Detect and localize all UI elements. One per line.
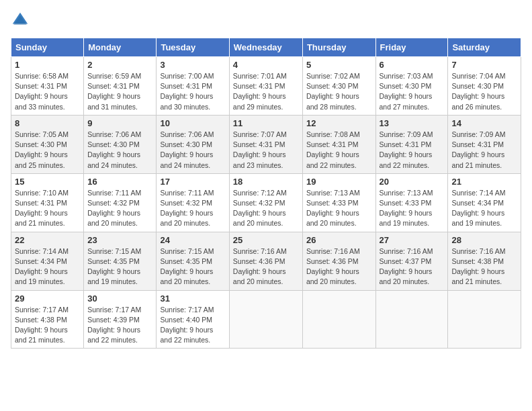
day-detail: Sunrise: 7:14 AMSunset: 4:34 PMDaylight:… <box>15 246 80 287</box>
calendar-cell <box>302 290 375 349</box>
logo <box>11 11 32 30</box>
calendar-cell: 6 Sunrise: 7:03 AMSunset: 4:30 PMDayligh… <box>375 57 448 116</box>
calendar-cell: 3 Sunrise: 7:00 AMSunset: 4:31 PMDayligh… <box>157 57 229 116</box>
day-detail: Sunrise: 7:07 AMSunset: 4:31 PMDaylight:… <box>233 130 299 171</box>
col-header-sunday: Sunday <box>11 38 84 57</box>
day-number: 12 <box>306 118 372 128</box>
day-detail: Sunrise: 7:16 AMSunset: 4:36 PMDaylight:… <box>233 246 299 287</box>
day-number: 10 <box>160 118 225 128</box>
day-detail: Sunrise: 7:13 AMSunset: 4:33 PMDaylight:… <box>380 188 445 229</box>
calendar-cell: 28 Sunrise: 7:16 AMSunset: 4:38 PMDaylig… <box>448 232 521 290</box>
day-detail: Sunrise: 7:13 AMSunset: 4:33 PMDaylight:… <box>306 188 372 229</box>
day-number: 14 <box>451 118 517 128</box>
day-detail: Sunrise: 7:09 AMSunset: 4:31 PMDaylight:… <box>451 130 517 171</box>
day-detail: Sunrise: 7:17 AMSunset: 4:38 PMDaylight:… <box>15 305 80 346</box>
calendar-cell: 24 Sunrise: 7:15 AMSunset: 4:35 PMDaylig… <box>157 232 229 290</box>
calendar-cell <box>375 290 448 349</box>
day-number: 25 <box>233 235 299 245</box>
day-number: 24 <box>160 235 225 245</box>
calendar-cell: 25 Sunrise: 7:16 AMSunset: 4:36 PMDaylig… <box>229 232 302 290</box>
calendar-cell: 21 Sunrise: 7:14 AMSunset: 4:34 PMDaylig… <box>448 173 521 232</box>
day-number: 8 <box>15 118 80 128</box>
day-detail: Sunrise: 7:15 AMSunset: 4:35 PMDaylight:… <box>160 246 225 287</box>
day-detail: Sunrise: 7:17 AMSunset: 4:39 PMDaylight:… <box>87 305 152 346</box>
col-header-thursday: Thursday <box>302 38 375 57</box>
day-detail: Sunrise: 7:11 AMSunset: 4:32 PMDaylight:… <box>87 188 152 229</box>
calendar-cell: 8 Sunrise: 7:05 AMSunset: 4:30 PMDayligh… <box>11 115 84 173</box>
day-number: 17 <box>160 177 225 187</box>
day-detail: Sunrise: 6:58 AMSunset: 4:31 PMDaylight:… <box>15 71 80 112</box>
day-number: 16 <box>87 177 152 187</box>
day-detail: Sunrise: 7:11 AMSunset: 4:32 PMDaylight:… <box>160 188 225 229</box>
page-header <box>11 11 521 30</box>
day-number: 19 <box>306 177 372 187</box>
day-number: 30 <box>87 293 152 304</box>
day-number: 31 <box>160 293 225 304</box>
calendar-cell: 23 Sunrise: 7:15 AMSunset: 4:35 PMDaylig… <box>84 232 157 290</box>
day-detail: Sunrise: 7:06 AMSunset: 4:30 PMDaylight:… <box>87 130 152 171</box>
day-detail: Sunrise: 7:10 AMSunset: 4:31 PMDaylight:… <box>15 188 80 229</box>
day-detail: Sunrise: 7:00 AMSunset: 4:31 PMDaylight:… <box>160 71 225 112</box>
calendar-cell: 13 Sunrise: 7:09 AMSunset: 4:31 PMDaylig… <box>375 115 448 173</box>
calendar-cell: 29 Sunrise: 7:17 AMSunset: 4:38 PMDaylig… <box>11 290 84 349</box>
col-header-tuesday: Tuesday <box>157 38 229 57</box>
day-number: 23 <box>87 235 152 245</box>
day-detail: Sunrise: 7:12 AMSunset: 4:32 PMDaylight:… <box>233 188 299 229</box>
calendar-cell: 30 Sunrise: 7:17 AMSunset: 4:39 PMDaylig… <box>84 290 157 349</box>
logo-icon <box>11 11 30 30</box>
calendar-cell: 2 Sunrise: 6:59 AMSunset: 4:31 PMDayligh… <box>84 57 157 116</box>
day-number: 15 <box>15 177 80 187</box>
day-number: 22 <box>15 235 80 245</box>
calendar-cell: 9 Sunrise: 7:06 AMSunset: 4:30 PMDayligh… <box>84 115 157 173</box>
calendar-cell <box>229 290 302 349</box>
calendar-cell: 1 Sunrise: 6:58 AMSunset: 4:31 PMDayligh… <box>11 57 84 116</box>
day-detail: Sunrise: 7:02 AMSunset: 4:30 PMDaylight:… <box>306 71 372 112</box>
day-number: 4 <box>233 60 299 70</box>
day-number: 7 <box>451 60 517 70</box>
day-number: 28 <box>451 235 517 245</box>
day-detail: Sunrise: 7:16 AMSunset: 4:36 PMDaylight:… <box>306 246 372 287</box>
calendar-cell: 27 Sunrise: 7:16 AMSunset: 4:37 PMDaylig… <box>375 232 448 290</box>
calendar-cell: 26 Sunrise: 7:16 AMSunset: 4:36 PMDaylig… <box>302 232 375 290</box>
calendar-cell: 5 Sunrise: 7:02 AMSunset: 4:30 PMDayligh… <box>302 57 375 116</box>
day-number: 2 <box>87 60 152 70</box>
day-detail: Sunrise: 7:09 AMSunset: 4:31 PMDaylight:… <box>380 130 445 171</box>
day-number: 29 <box>15 293 80 304</box>
calendar-cell: 11 Sunrise: 7:07 AMSunset: 4:31 PMDaylig… <box>229 115 302 173</box>
calendar-cell: 17 Sunrise: 7:11 AMSunset: 4:32 PMDaylig… <box>157 173 229 232</box>
calendar-cell: 18 Sunrise: 7:12 AMSunset: 4:32 PMDaylig… <box>229 173 302 232</box>
calendar-cell: 7 Sunrise: 7:04 AMSunset: 4:30 PMDayligh… <box>448 57 521 116</box>
day-detail: Sunrise: 7:08 AMSunset: 4:31 PMDaylight:… <box>306 130 372 171</box>
calendar-cell: 31 Sunrise: 7:17 AMSunset: 4:40 PMDaylig… <box>157 290 229 349</box>
col-header-wednesday: Wednesday <box>229 38 302 57</box>
day-number: 9 <box>87 118 152 128</box>
day-number: 26 <box>306 235 372 245</box>
calendar-cell: 12 Sunrise: 7:08 AMSunset: 4:31 PMDaylig… <box>302 115 375 173</box>
calendar-cell: 15 Sunrise: 7:10 AMSunset: 4:31 PMDaylig… <box>11 173 84 232</box>
day-number: 21 <box>451 177 517 187</box>
day-detail: Sunrise: 7:04 AMSunset: 4:30 PMDaylight:… <box>451 71 517 112</box>
day-detail: Sunrise: 7:05 AMSunset: 4:30 PMDaylight:… <box>15 130 80 171</box>
day-number: 27 <box>380 235 445 245</box>
day-detail: Sunrise: 7:16 AMSunset: 4:38 PMDaylight:… <box>451 246 517 287</box>
day-detail: Sunrise: 6:59 AMSunset: 4:31 PMDaylight:… <box>87 71 152 112</box>
col-header-monday: Monday <box>84 38 157 57</box>
day-detail: Sunrise: 7:01 AMSunset: 4:31 PMDaylight:… <box>233 71 299 112</box>
col-header-saturday: Saturday <box>448 38 521 57</box>
day-number: 6 <box>380 60 445 70</box>
calendar-cell: 20 Sunrise: 7:13 AMSunset: 4:33 PMDaylig… <box>375 173 448 232</box>
calendar-cell: 10 Sunrise: 7:06 AMSunset: 4:30 PMDaylig… <box>157 115 229 173</box>
col-header-friday: Friday <box>375 38 448 57</box>
calendar-cell: 4 Sunrise: 7:01 AMSunset: 4:31 PMDayligh… <box>229 57 302 116</box>
day-detail: Sunrise: 7:03 AMSunset: 4:30 PMDaylight:… <box>380 71 445 112</box>
day-number: 1 <box>15 60 80 70</box>
day-detail: Sunrise: 7:06 AMSunset: 4:30 PMDaylight:… <box>160 130 225 171</box>
calendar-cell: 22 Sunrise: 7:14 AMSunset: 4:34 PMDaylig… <box>11 232 84 290</box>
day-number: 11 <box>233 118 299 128</box>
calendar-cell: 14 Sunrise: 7:09 AMSunset: 4:31 PMDaylig… <box>448 115 521 173</box>
day-detail: Sunrise: 7:15 AMSunset: 4:35 PMDaylight:… <box>87 246 152 287</box>
day-number: 3 <box>160 60 225 70</box>
calendar-table: SundayMondayTuesdayWednesdayThursdayFrid… <box>11 38 521 349</box>
day-number: 13 <box>380 118 445 128</box>
day-number: 20 <box>380 177 445 187</box>
